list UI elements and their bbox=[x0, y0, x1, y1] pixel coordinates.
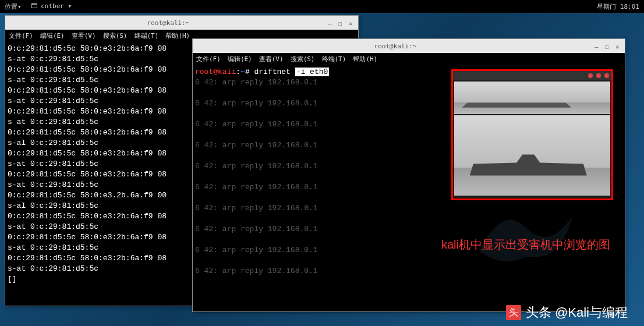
window-dot-icon[interactable] bbox=[588, 73, 593, 78]
panel-left-items: 位置▾ 🗔 cntber ▾ bbox=[5, 2, 72, 11]
menu-help[interactable]: 帮助(H) bbox=[353, 55, 377, 63]
command-text: driftnet bbox=[254, 68, 290, 76]
panel-item-places[interactable]: 位置▾ bbox=[5, 2, 22, 11]
command-args: -i eth0 bbox=[295, 68, 330, 76]
window-dot-icon[interactable] bbox=[596, 73, 601, 78]
window-dot-icon[interactable] bbox=[604, 73, 609, 78]
captured-image-2 bbox=[454, 115, 610, 196]
prompt-host: kali bbox=[218, 68, 236, 76]
image-window-titlebar[interactable] bbox=[453, 71, 611, 80]
menu-view[interactable]: 查看(V) bbox=[259, 55, 284, 63]
window-title: root@kali:~ bbox=[9, 19, 328, 27]
terminal-line: 6 42: arp reply 192.168.0.1 bbox=[195, 266, 622, 277]
menu-terminal[interactable]: 终端(T) bbox=[322, 55, 346, 63]
terminal-line: 6 42: arp reply 192.168.0.1 bbox=[195, 224, 622, 235]
watermark-text: 头条 @Kali与编程 bbox=[526, 304, 628, 321]
menu-view[interactable]: 查看(V) bbox=[72, 31, 96, 40]
minimize-icon[interactable]: — bbox=[595, 43, 600, 49]
watermark: 头 头条 @Kali与编程 bbox=[506, 304, 628, 321]
menu-help[interactable]: 帮助(H) bbox=[165, 31, 190, 40]
close-icon[interactable]: ✕ bbox=[349, 20, 355, 26]
driftnet-image-window[interactable] bbox=[451, 69, 613, 200]
terminal-line: 6 42: arp reply 192.168.0.1 bbox=[195, 203, 622, 214]
menu-file[interactable]: 文件(F) bbox=[9, 31, 33, 40]
terminal-output[interactable]: root@kali:~# driftnet -i eth0 6 42: arp … bbox=[193, 65, 625, 311]
menu-terminal[interactable]: 终端(T) bbox=[135, 31, 159, 40]
maximize-icon[interactable]: ☐ bbox=[605, 43, 611, 49]
toutiao-icon: 头 bbox=[506, 305, 521, 320]
prompt-at: @ bbox=[213, 68, 218, 76]
menu-search[interactable]: 搜索(S) bbox=[291, 55, 315, 63]
menu-search[interactable]: 搜索(S) bbox=[103, 31, 128, 40]
prompt-user: root bbox=[195, 68, 213, 76]
window-titlebar[interactable]: root@kali:~ — ☐ ✕ bbox=[5, 16, 358, 30]
minimize-icon[interactable]: — bbox=[328, 20, 334, 26]
close-icon[interactable]: ✕ bbox=[615, 43, 621, 49]
menu-file[interactable]: 文件(F) bbox=[196, 55, 221, 63]
terminal-window-2[interactable]: root@kali:~ — ☐ ✕ 文件(F) 编辑(E) 查看(V) 搜索(S… bbox=[192, 38, 625, 312]
annotation-text: kali机中显示出受害机中浏览的图 bbox=[441, 239, 610, 250]
maximize-icon[interactable]: ☐ bbox=[338, 20, 344, 26]
desktop-top-panel: 位置▾ 🗔 cntber ▾ 星期门 18:01 bbox=[0, 0, 644, 13]
prompt-path: ~ bbox=[240, 68, 245, 76]
captured-image-1 bbox=[454, 82, 610, 114]
window-titlebar[interactable]: root@kali:~ — ☐ ✕ bbox=[193, 39, 625, 53]
menu-edit[interactable]: 编辑(E) bbox=[40, 31, 65, 40]
panel-clock: 星期门 18:01 bbox=[597, 2, 639, 11]
menu-edit[interactable]: 编辑(E) bbox=[228, 55, 252, 63]
terminal-menubar: 文件(F) 编辑(E) 查看(V) 搜索(S) 终端(T) 帮助(H) bbox=[193, 53, 625, 65]
window-title: root@kali:~ bbox=[196, 42, 595, 50]
panel-item-app[interactable]: 🗔 cntber ▾ bbox=[31, 2, 72, 11]
